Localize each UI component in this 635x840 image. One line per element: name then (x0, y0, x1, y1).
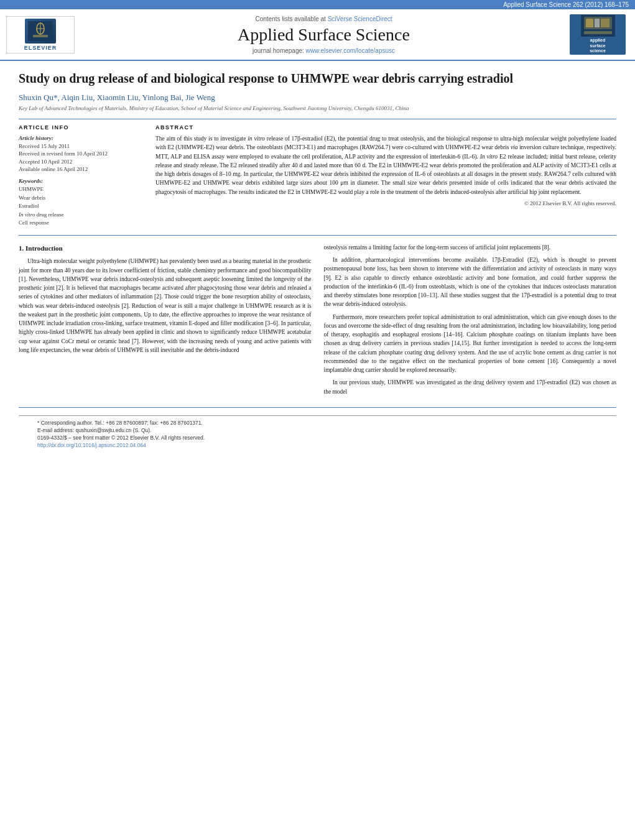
homepage-link[interactable]: www.elsevier.com/locate/apsusc (306, 47, 395, 54)
svg-rect-10 (584, 31, 612, 34)
keywords-label: Keywords: (19, 178, 43, 184)
body-col-left: 1. Introduction Ultra-high molecular wei… (19, 243, 312, 400)
journal-homepage: journal homepage: www.elsevier.com/locat… (87, 47, 560, 54)
footnote-star: * Corresponding author. Tel.: +86 28 876… (37, 420, 598, 426)
sciverse-text: Contents lists available at SciVerse Sci… (87, 16, 560, 22)
svg-rect-9 (601, 19, 610, 27)
affiliation: Key Lab of Advanced Technologies of Mate… (19, 105, 616, 111)
elsevier-logo-area: ELSEVIER (6, 16, 81, 53)
article-info-abstract: ARTICLE INFO Article history: Received 1… (19, 119, 616, 228)
intro-para-5: In our previous study, UHMWPE was invest… (324, 378, 617, 396)
intro-heading: 1. Introduction (19, 243, 312, 254)
elsevier-emblem-svg (28, 21, 53, 41)
article-title: Study on drug release of and biological … (19, 70, 616, 86)
article-info-label: ARTICLE INFO (19, 124, 143, 131)
intro-para-1: Ultra-high molecular weight polyethylene… (19, 257, 312, 354)
footnote-email: E-mail address: qushuxin@swjtu.edu.cn (S… (37, 427, 598, 433)
footer: * Corresponding author. Tel.: +86 28 876… (19, 415, 616, 453)
elsevier-logo: ELSEVIER (6, 16, 75, 53)
footer-divider (19, 407, 616, 408)
authors: Shuxin Qu*, Aiqin Liu, Xiaomin Liu, Yinl… (19, 93, 616, 103)
doi-link[interactable]: http://dx.doi.org/10.1016/j.apsusc.2012.… (37, 442, 146, 448)
keywords-block: Keywords: UHMWPE Wear debris Estradiol I… (19, 177, 143, 228)
journal-title: Applied Surface Science (87, 25, 560, 45)
article-info: ARTICLE INFO Article history: Received 1… (19, 124, 143, 228)
abstract-label: ABSTRACT (155, 124, 616, 131)
keyword-4: In vitro drug release (19, 211, 63, 218)
journal-logo-area: appliedsurfacescience (567, 14, 629, 55)
elsevier-emblem (25, 19, 56, 44)
keyword-2: Wear debris (19, 195, 45, 201)
intro-para-2: osteolysis remains a limiting factor for… (324, 243, 617, 252)
intro-para-4: Furthermore, more researchers prefer top… (324, 313, 617, 375)
svg-rect-4 (33, 35, 48, 37)
footer-issn: 0169-4332/$ – see front matter © 2012 El… (37, 435, 598, 441)
body-two-col: 1. Introduction Ultra-high molecular wei… (19, 243, 616, 400)
divider (19, 235, 616, 236)
elsevier-wordmark: ELSEVIER (24, 45, 57, 51)
abstract-text: The aim of this study is to investigate … (155, 134, 616, 196)
abstract-section: ABSTRACT The aim of this study is to inv… (155, 124, 616, 228)
copyright: © 2012 Elsevier B.V. All rights reserved… (155, 200, 616, 206)
sciverse-link[interactable]: SciVerse ScienceDirect (328, 16, 392, 22)
svg-rect-8 (595, 19, 600, 27)
journal-bar: Applied Surface Science 262 (2012) 168–1… (0, 0, 635, 9)
accepted: Accepted 10 April 2012 (19, 159, 72, 165)
article-content: Study on drug release of and biological … (0, 61, 635, 463)
journal-logo-text: appliedsurfacescience (590, 38, 606, 53)
keyword-5: Cell response (19, 219, 49, 226)
svg-rect-7 (586, 19, 593, 27)
received-revised: Received in revised form 10 April 2012 (19, 150, 108, 157)
header: ELSEVIER Contents lists available at Sci… (0, 9, 635, 61)
journal-citation: Applied Surface Science 262 (2012) 168–1… (503, 1, 629, 8)
journal-logo-box: appliedsurfacescience (570, 14, 626, 55)
body-col-right: osteolysis remains a limiting factor for… (324, 243, 617, 400)
page: Applied Surface Science 262 (2012) 168–1… (0, 0, 635, 840)
history-label: Article history: (19, 135, 53, 141)
footnote-star-text: * Corresponding author. Tel.: +86 28 876… (37, 420, 203, 426)
keyword-3: Estradiol (19, 203, 39, 209)
journal-logo-graphic (581, 15, 615, 37)
available-online: Available online 16 April 2012 (19, 166, 88, 172)
received-1: Received 15 July 2011 (19, 143, 70, 149)
header-center: Contents lists available at SciVerse Sci… (87, 16, 560, 54)
footer-doi: http://dx.doi.org/10.1016/j.apsusc.2012.… (37, 442, 598, 448)
footnote-email-text: E-mail address: qushuxin@swjtu.edu.cn (S… (37, 427, 151, 433)
article-history: Article history: Received 15 July 2011 R… (19, 134, 143, 173)
intro-para-3: In addition, pharmacological interventio… (324, 256, 617, 309)
keyword-1: UHMWPE (19, 186, 44, 192)
